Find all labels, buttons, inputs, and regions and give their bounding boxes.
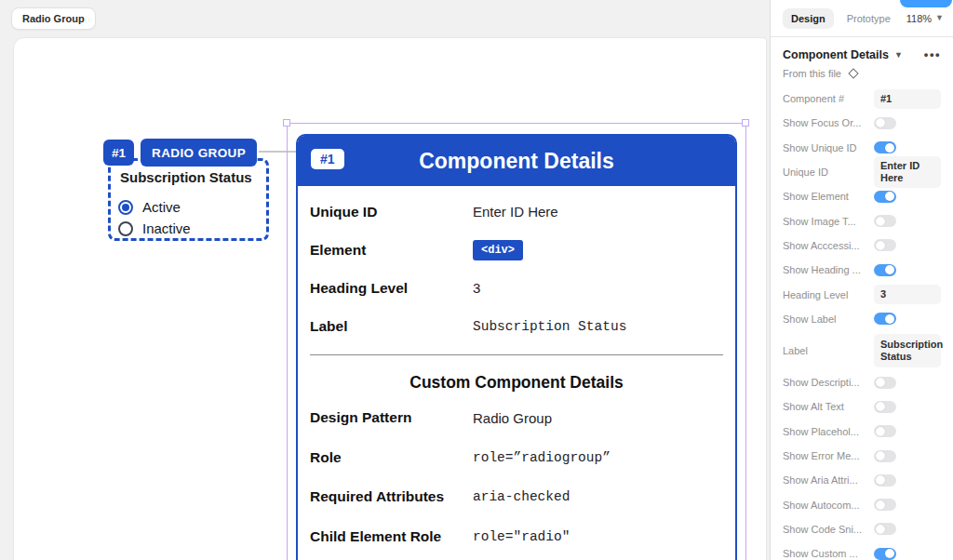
property-label: Label [783, 345, 874, 356]
detail-value: aria-checked [473, 489, 570, 504]
property-input[interactable]: Enter ID Here [874, 156, 941, 188]
chevron-down-icon[interactable]: ▼ [894, 50, 903, 60]
property-row: Component ##1 [771, 87, 953, 111]
card-custom-rows: Design PatternRadio GroupRolerole=”radio… [310, 398, 723, 556]
property-row: Unique IDEnter ID Here [771, 160, 953, 184]
property-label: Component # [783, 93, 874, 104]
radio-group-legend: Subscription Status [120, 169, 252, 185]
toggle-switch[interactable] [874, 474, 896, 487]
property-label: Show Aria Attri... [783, 474, 874, 486]
radio-unselected-icon[interactable] [118, 221, 133, 236]
card-number-badge: #1 [311, 149, 344, 169]
property-label: Show Heading ... [783, 264, 874, 275]
property-label: Show Acccessi... [783, 240, 874, 251]
toggle-knob [885, 192, 894, 201]
card-section-title: Custom Component Details [310, 355, 723, 398]
selection-handle-top-right[interactable] [742, 119, 749, 127]
detail-label: Child Element Role [310, 528, 473, 545]
toggle-knob [876, 427, 885, 436]
component-details-card[interactable]: #1 Component Details Unique IDEnter ID H… [296, 134, 737, 560]
property-label: Show Placehol... [783, 426, 874, 437]
toggle-knob [876, 217, 885, 226]
card-title: Component Details [298, 149, 735, 174]
property-row: Show Placehol... [771, 420, 953, 444]
toggle-knob [885, 549, 894, 558]
property-input[interactable]: 3 [874, 285, 941, 304]
property-label: Show Focus Or... [783, 117, 874, 128]
property-row: Show Code Sni... [771, 517, 953, 541]
panel-rows: Component ##1Show Focus Or...Show Unique… [771, 87, 953, 560]
radio-selected-icon[interactable] [118, 200, 133, 215]
toggle-knob [876, 451, 885, 460]
property-row: Show Aria Attri... [771, 468, 953, 492]
property-row: Show Alt Text [771, 394, 953, 419]
card-detail-row: Unique IDEnter ID Here [310, 193, 723, 231]
property-label: Show Custom ... [783, 548, 874, 559]
radio-option[interactable]: Inactive [118, 218, 191, 239]
toggle-switch[interactable] [874, 239, 896, 251]
property-label: Show Element [783, 191, 874, 202]
zoom-control[interactable]: 118% ▼ [906, 13, 944, 24]
zoom-level: 118% [906, 13, 932, 24]
card-header: #1 Component Details [298, 136, 735, 186]
property-label: Unique ID [783, 167, 874, 178]
card-main-rows: Unique IDEnter ID HereElement<div>Headin… [310, 193, 723, 345]
toggle-switch[interactable] [874, 401, 896, 413]
property-row: Heading Level3 [771, 282, 953, 306]
card-detail-row: Design PatternRadio Group [310, 398, 723, 438]
panel-title[interactable]: Component Details [783, 48, 889, 61]
property-input[interactable]: #1 [874, 89, 941, 109]
tab-design[interactable]: Design [783, 8, 834, 29]
property-label: Heading Level [783, 289, 874, 300]
more-options-icon[interactable]: ••• [924, 47, 941, 61]
detail-value: Subscription Status [473, 319, 626, 334]
toggle-switch[interactable] [874, 191, 896, 203]
selection-outline-top [287, 123, 745, 124]
annotation-type-badge[interactable]: RADIO GROUP [141, 139, 257, 167]
property-label: Show Alt Text [783, 401, 874, 412]
toggle-switch[interactable] [874, 499, 896, 511]
card-detail-row: LabelSubscription Status [310, 307, 723, 345]
property-row: Show Focus Or... [771, 111, 953, 135]
toggle-switch[interactable] [874, 141, 896, 153]
app-window: Radio Group #1 RADIO GROUP Subscription … [0, 0, 953, 560]
share-button[interactable] [900, 0, 952, 7]
selection-handle-top-left[interactable] [283, 119, 290, 127]
toggle-switch[interactable] [874, 377, 896, 389]
tab-prototype[interactable]: Prototype [847, 13, 891, 24]
toggle-switch[interactable] [874, 215, 896, 227]
selection-outline-left [287, 123, 288, 560]
toggle-switch[interactable] [874, 117, 896, 129]
property-row: Show Autocom... [771, 492, 953, 516]
toggle-switch[interactable] [874, 548, 896, 560]
canvas[interactable]: #1 RADIO GROUP Subscription Status Activ… [13, 37, 767, 560]
toggle-knob [876, 378, 885, 387]
card-detail-row: Child Element Rolerole="radio" [310, 517, 723, 557]
radio-option[interactable]: Active [118, 196, 191, 218]
toggle-switch[interactable] [874, 450, 896, 462]
toggle-knob [885, 265, 894, 274]
detail-value: role=”radiogroup” [473, 450, 611, 465]
property-label: Show Error Me... [783, 450, 874, 461]
toggle-knob [876, 525, 885, 534]
component-diamond-icon[interactable] [848, 68, 858, 78]
radio-option-label: Inactive [142, 220, 191, 236]
annotation-number-badge[interactable]: #1 [103, 140, 134, 166]
property-label: Show Image T... [783, 216, 874, 227]
detail-label: Element [310, 242, 473, 259]
detail-label: Heading Level [310, 280, 473, 297]
toggle-knob [876, 475, 885, 485]
toggle-switch[interactable] [874, 425, 896, 437]
detail-value: <div> [473, 240, 523, 260]
property-label: Show Autocom... [783, 500, 874, 511]
toggle-switch[interactable] [874, 523, 896, 535]
detail-label: Required Attributes [310, 488, 473, 505]
property-row: LabelSubscription Status [771, 331, 953, 370]
component-source-label: From this file [783, 68, 841, 79]
card-detail-row: Element<div> [310, 231, 723, 269]
property-label: Show Code Sni... [783, 524, 874, 535]
detail-label: Label [310, 318, 473, 335]
toggle-switch[interactable] [874, 313, 896, 325]
toggle-switch[interactable] [874, 264, 896, 276]
property-input[interactable]: Subscription Status [874, 334, 941, 367]
